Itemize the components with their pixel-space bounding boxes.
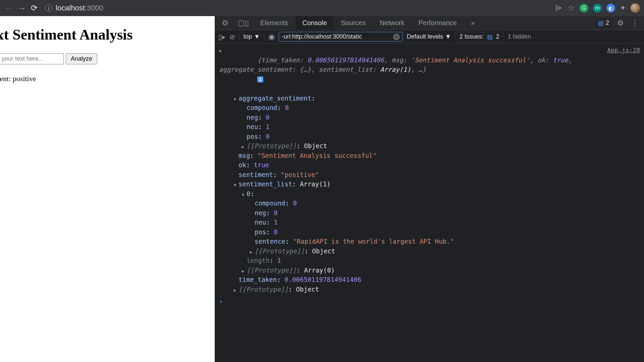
analyze-button[interactable]: Analyze bbox=[66, 53, 97, 64]
chrome-actions: ⩥ ☆ G m ◐ ✦ bbox=[555, 3, 640, 13]
issues-badge[interactable]: 2 Issues: ▤ 2 bbox=[455, 32, 504, 42]
extension-grammarly-icon[interactable]: G bbox=[580, 4, 588, 12]
expand-arrow-icon[interactable] bbox=[234, 94, 238, 103]
clear-filter-icon[interactable]: ✕ bbox=[393, 34, 400, 40]
tab-performance[interactable]: Performance bbox=[412, 16, 464, 30]
device-toggle-icon[interactable]: ▢▯ bbox=[234, 19, 253, 27]
tab-console[interactable]: Console bbox=[296, 16, 333, 30]
translate-icon[interactable]: ⩥ bbox=[555, 3, 563, 13]
log-levels-selector[interactable]: Default levels ▼ bbox=[407, 33, 451, 40]
console-output[interactable]: App.js:28 {time_taken: 0.006501197814941… bbox=[215, 44, 644, 362]
expand-arrow-icon[interactable] bbox=[234, 285, 238, 294]
tab-network[interactable]: Network bbox=[373, 16, 411, 30]
console-prompt[interactable]: › bbox=[219, 294, 640, 306]
execution-context-selector[interactable]: top ▼ bbox=[244, 33, 260, 40]
url-port: :3000 bbox=[85, 4, 103, 12]
hidden-count[interactable]: 1 hidden bbox=[508, 33, 531, 40]
log-summary[interactable]: {time_taken: 0.006501197814941406, msg: … bbox=[219, 56, 576, 93]
console-toolbar: ▯▸ ⊘ top ▼ ◉ -url:http://localhost:3000/… bbox=[215, 30, 644, 44]
clear-console-icon[interactable]: ⊘ bbox=[229, 33, 235, 41]
extensions-puzzle-icon[interactable]: ✦ bbox=[620, 4, 626, 12]
devtools-panel: ⯐ ▢▯ Elements Console Sources Network Pe… bbox=[215, 16, 644, 362]
reload-button[interactable]: ⟳ bbox=[31, 3, 38, 13]
message-icon: ▤ bbox=[598, 19, 604, 27]
address-bar[interactable]: i localhost:3000 bbox=[42, 4, 550, 12]
expand-arrow-icon[interactable] bbox=[219, 46, 224, 55]
expand-arrow-icon[interactable] bbox=[250, 246, 255, 256]
console-filter-input[interactable]: -url:http://localhost:3000/static ✕ bbox=[279, 32, 403, 42]
bookmark-star-icon[interactable]: ☆ bbox=[568, 3, 575, 13]
text-input[interactable] bbox=[0, 53, 64, 64]
chevron-down-icon: ▼ bbox=[445, 33, 451, 40]
message-icon: ▤ bbox=[487, 33, 493, 41]
source-link[interactable]: App.js:28 bbox=[607, 46, 640, 55]
back-button[interactable]: ← bbox=[4, 3, 13, 13]
tab-overflow[interactable]: » bbox=[464, 16, 481, 30]
page-heading: ext Sentiment Analysis bbox=[0, 26, 215, 43]
url-host: localhost bbox=[56, 4, 85, 12]
tab-elements[interactable]: Elements bbox=[254, 16, 295, 30]
chevron-down-icon: ▼ bbox=[254, 33, 260, 40]
site-info-icon[interactable]: i bbox=[45, 4, 52, 12]
sentiment-result: timent: positive bbox=[0, 74, 215, 83]
profile-avatar[interactable] bbox=[631, 3, 640, 13]
inspect-element-icon[interactable]: ⯐ bbox=[218, 19, 233, 27]
expand-arrow-icon[interactable] bbox=[242, 189, 247, 199]
extension-blue-icon[interactable]: ◐ bbox=[606, 4, 615, 12]
tab-sources[interactable]: Sources bbox=[334, 16, 372, 30]
toggle-sidebar-icon[interactable]: ▯▸ bbox=[218, 33, 225, 41]
browser-toolbar: ← → ⟳ i localhost:3000 ⩥ ☆ G m ◐ ✦ bbox=[0, 0, 644, 16]
messages-badge[interactable]: ▤ 2 bbox=[595, 18, 612, 28]
expand-arrow-icon[interactable] bbox=[242, 141, 247, 151]
expand-arrow-icon[interactable] bbox=[234, 179, 238, 189]
devtools-settings-icon[interactable]: ⚙ bbox=[613, 19, 628, 27]
forward-button[interactable]: → bbox=[17, 3, 26, 13]
info-badge-icon[interactable]: i bbox=[257, 76, 263, 82]
webpage-viewport: ext Sentiment Analysis Analyze timent: p… bbox=[0, 16, 215, 362]
extension-m-icon[interactable]: m bbox=[593, 4, 602, 12]
devtools-menu-icon[interactable]: ⋮ bbox=[629, 19, 641, 27]
devtools-tabbar: ⯐ ▢▯ Elements Console Sources Network Pe… bbox=[215, 16, 644, 30]
live-expression-icon[interactable]: ◉ bbox=[268, 33, 275, 41]
expand-arrow-icon[interactable] bbox=[242, 265, 247, 275]
